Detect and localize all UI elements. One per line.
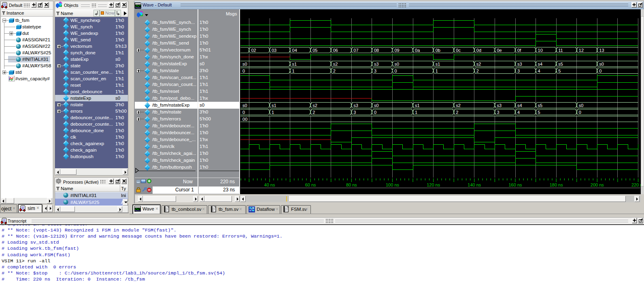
svg-text:13: 13: [599, 48, 604, 53]
svg-text:4: 4: [538, 69, 540, 73]
svg-text:0c: 0c: [456, 48, 461, 53]
svg-text:02: 02: [251, 48, 256, 53]
svg-text:03: 03: [272, 48, 276, 53]
svg-text:0: 0: [579, 110, 581, 115]
svg-text:3: 3: [517, 69, 520, 73]
svg-text:4: 4: [517, 110, 520, 115]
svg-text:0: 0: [395, 69, 397, 73]
svg-text:0b: 0b: [436, 48, 440, 53]
svg-text:s3: s3: [353, 103, 358, 108]
svg-text:2: 2: [476, 69, 479, 73]
svg-text:140 ns: 140 ns: [468, 182, 481, 187]
svg-text:0f: 0f: [517, 48, 521, 53]
svg-text:1: 1: [292, 69, 295, 73]
svg-text:11: 11: [558, 48, 563, 53]
svg-text:05: 05: [312, 48, 317, 53]
svg-text:0d: 0d: [476, 48, 481, 53]
svg-text:s1: s1: [272, 103, 276, 108]
svg-text:2: 2: [456, 110, 458, 115]
svg-text:160 ns: 160 ns: [509, 182, 523, 187]
svg-text:s0: s0: [242, 103, 247, 108]
svg-text:40 ns: 40 ns: [264, 182, 275, 187]
svg-text:100 ns: 100 ns: [386, 182, 400, 187]
svg-text:1: 1: [272, 110, 274, 115]
svg-text:1: 1: [436, 69, 438, 73]
svg-text:09: 09: [395, 48, 400, 53]
svg-text:s3: s3: [517, 62, 522, 66]
svg-text:0: 0: [242, 69, 245, 73]
svg-text:180 ns: 180 ns: [550, 182, 563, 187]
svg-text:0: 0: [374, 110, 376, 115]
svg-text:1: 1: [415, 110, 417, 115]
svg-text:2: 2: [312, 110, 315, 115]
svg-text:s2: s2: [312, 103, 317, 108]
svg-text:s2: s2: [333, 62, 338, 66]
svg-text:s1: s1: [292, 62, 297, 66]
svg-text:5: 5: [538, 110, 540, 115]
svg-text:00: 00: [242, 117, 247, 122]
svg-text:s4: s4: [517, 103, 522, 108]
svg-text:s5: s5: [538, 103, 543, 108]
svg-text:3: 3: [374, 69, 376, 73]
svg-text:s0: s0: [395, 62, 400, 66]
svg-text:0a: 0a: [415, 48, 420, 53]
svg-text:07: 07: [353, 48, 358, 53]
svg-text:5: 5: [558, 69, 561, 73]
svg-text:08: 08: [374, 48, 379, 53]
svg-text:0: 0: [242, 110, 245, 115]
svg-text:2: 2: [333, 69, 336, 73]
svg-text:120 ns: 120 ns: [427, 182, 440, 187]
svg-text:s0: s0: [242, 62, 247, 66]
svg-text:s5: s5: [558, 62, 563, 66]
svg-text:s1: s1: [415, 103, 420, 108]
svg-text:10: 10: [538, 48, 543, 53]
svg-text:220 ns: 220 ns: [631, 182, 641, 187]
svg-text:0: 0: [599, 69, 601, 73]
svg-text:s0: s0: [599, 62, 604, 66]
svg-text:s3: s3: [374, 62, 379, 66]
svg-text:s4: s4: [538, 62, 543, 66]
svg-text:s0: s0: [374, 103, 379, 108]
svg-text:3: 3: [353, 110, 356, 115]
svg-text:s3: s3: [497, 103, 502, 108]
svg-text:12: 12: [579, 48, 584, 53]
svg-text:s2: s2: [456, 103, 461, 108]
svg-text:06: 06: [333, 48, 338, 53]
svg-text:04: 04: [292, 48, 297, 53]
svg-text:80 ns: 80 ns: [346, 182, 357, 187]
svg-text:0e: 0e: [497, 48, 502, 53]
svg-text:s1: s1: [436, 62, 440, 66]
svg-text:200 ns: 200 ns: [591, 182, 604, 187]
svg-text:s0: s0: [579, 103, 584, 108]
svg-text:s2: s2: [476, 62, 481, 66]
svg-text:60 ns: 60 ns: [305, 182, 316, 187]
svg-text:3: 3: [497, 110, 499, 115]
